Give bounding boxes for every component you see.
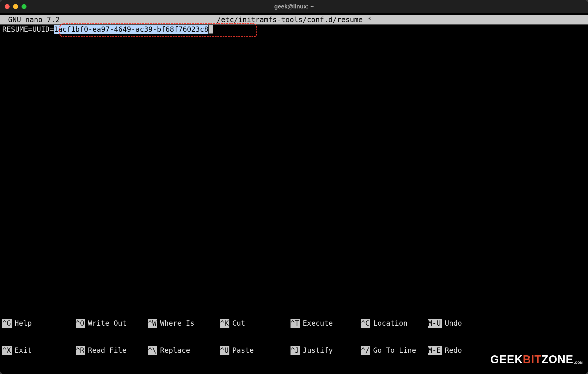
shortcut-execute[interactable]: ^TExecute [291, 319, 361, 328]
editor-content-line[interactable]: RESUME=UUID=1acf1bf0-ea97-4649-ac39-bf68… [0, 24, 588, 34]
close-icon[interactable] [5, 4, 10, 9]
shortcut-redo[interactable]: M-ERedo [428, 346, 462, 355]
nano-file-path: /etc/initramfs-tools/conf.d/resume * [217, 15, 371, 24]
shortcut-replace[interactable]: ^\Replace [148, 346, 220, 355]
shortcut-justify[interactable]: ^JJustify [291, 346, 361, 355]
shortcut-exit[interactable]: ^XExit [2, 346, 76, 355]
footer-row-1: ^GHelp ^OWrite Out ^WWhere Is ^KCut ^TEx… [2, 319, 588, 328]
nano-shortcut-footer: ^GHelp ^OWrite Out ^WWhere Is ^KCut ^TEx… [0, 301, 588, 373]
window-titlebar: geek@linux: ~ [0, 0, 588, 13]
nano-header-bar: GNU nano 7.2 /etc/initramfs-tools/conf.d… [0, 15, 588, 24]
window-controls [5, 4, 26, 9]
selected-uuid[interactable]: 1acf1bf0-ea97-4649-ac39-bf68f76023c8 [54, 25, 208, 34]
shortcut-help[interactable]: ^GHelp [2, 319, 76, 328]
shortcut-cut[interactable]: ^KCut [220, 319, 291, 328]
shortcut-goto-line[interactable]: ^/Go To Line [361, 346, 428, 355]
terminal-area[interactable]: GNU nano 7.2 /etc/initramfs-tools/conf.d… [0, 13, 588, 374]
shortcut-undo[interactable]: M-UUndo [428, 319, 462, 328]
shortcut-where-is[interactable]: ^WWhere Is [148, 319, 220, 328]
nano-version: GNU nano 7.2 [0, 15, 60, 24]
text-cursor-icon [209, 25, 213, 33]
shortcut-location[interactable]: ^CLocation [361, 319, 428, 328]
terminal-window: geek@linux: ~ GNU nano 7.2 /etc/initramf… [0, 0, 588, 374]
shortcut-paste[interactable]: ^UPaste [220, 346, 291, 355]
minimize-icon[interactable] [13, 4, 18, 9]
footer-row-2: ^XExit ^RRead File ^\Replace ^UPaste ^JJ… [2, 346, 588, 355]
maximize-icon[interactable] [22, 4, 26, 9]
shortcut-read-file[interactable]: ^RRead File [76, 346, 148, 355]
window-title: geek@linux: ~ [274, 3, 314, 10]
shortcut-write-out[interactable]: ^OWrite Out [76, 319, 148, 328]
resume-prefix: RESUME=UUID= [2, 25, 54, 34]
